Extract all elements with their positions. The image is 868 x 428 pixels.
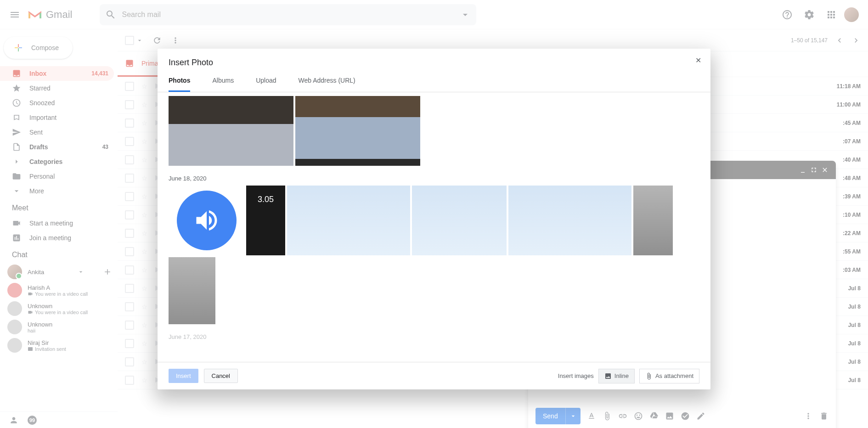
photo-thumb[interactable] [633, 186, 673, 255]
attachment-toggle[interactable]: As attachment [639, 369, 699, 383]
inline-toggle[interactable]: Inline [598, 369, 635, 383]
image-icon [604, 372, 612, 380]
photo-thumb[interactable]: 3.05 [246, 186, 285, 255]
modal-footer: Insert Cancel Insert images Inline As at… [158, 362, 710, 389]
modal-tab-upload[interactable]: Upload [256, 77, 276, 92]
modal-body[interactable]: June 18, 2020 3.05 June 17, 2020 [158, 92, 710, 362]
modal-tab-albums[interactable]: Albums [212, 77, 234, 92]
cancel-button[interactable]: Cancel [204, 369, 238, 383]
attach-icon [645, 372, 653, 380]
date-header: June 18, 2020 [169, 175, 699, 182]
modal-tab-photos[interactable]: Photos [169, 77, 190, 92]
photo-thumb[interactable] [169, 186, 244, 255]
modal-overlay: Insert Photo ✕ PhotosAlbumsUploadWeb Add… [0, 0, 868, 428]
photo-thumb[interactable] [287, 186, 410, 255]
photo-thumb[interactable] [169, 257, 215, 324]
modal-tabs: PhotosAlbumsUploadWeb Address (URL) [158, 68, 710, 92]
date-header: June 17, 2020 [169, 333, 699, 340]
photo-thumb[interactable] [412, 186, 507, 255]
modal-title: Insert Photo [169, 58, 699, 68]
insert-button[interactable]: Insert [169, 369, 198, 383]
photo-thumb[interactable] [508, 186, 631, 255]
photo-thumb[interactable] [169, 96, 293, 166]
speaker-icon [193, 207, 220, 234]
modal-tab-web-address--url-[interactable]: Web Address (URL) [299, 77, 355, 92]
photo-thumb[interactable] [295, 96, 420, 166]
insert-images-label: Insert images [558, 372, 594, 379]
modal-close-button[interactable]: ✕ [695, 56, 701, 65]
insert-photo-modal: Insert Photo ✕ PhotosAlbumsUploadWeb Add… [158, 49, 710, 389]
